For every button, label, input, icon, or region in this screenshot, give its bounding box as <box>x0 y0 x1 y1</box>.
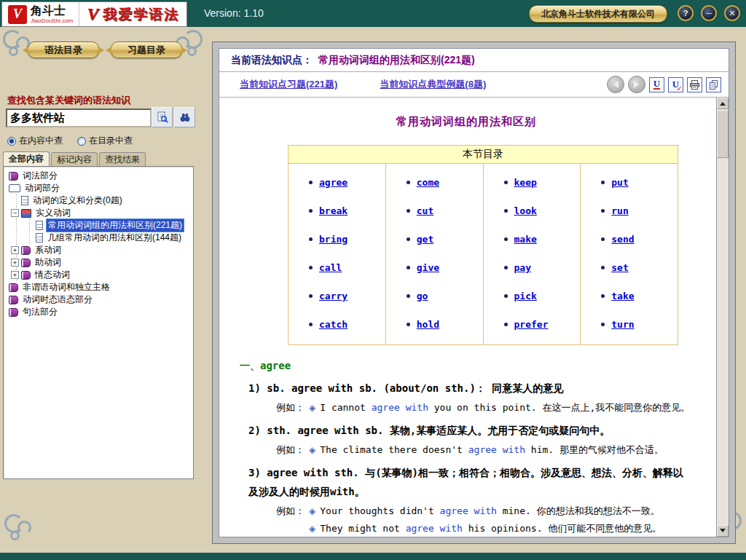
tab-all-content[interactable]: 全部内容 <box>3 151 50 167</box>
toc-link[interactable]: take <box>611 291 634 301</box>
company-button[interactable]: 北京角斗士软件技术有限公司 <box>529 5 667 23</box>
tree-item-jizu[interactable]: 几组常用动词的用法和区别(144题) <box>5 232 193 244</box>
tree-expander-expand[interactable] <box>11 259 19 267</box>
rule-text: 3) agree with sth. 与(某事物)相一致；相符合；相吻合。涉及意… <box>248 463 697 501</box>
toc-item: give <box>407 258 483 277</box>
tree-item-changyong-selected[interactable]: 常用动词词组的用法和区别(221题) <box>5 219 193 232</box>
bullet-icon <box>504 266 508 269</box>
toc-link[interactable]: carry <box>319 291 348 301</box>
toc-title: 本节目录 <box>288 146 678 164</box>
current-topic-value: 常用动词词组的用法和区别(221题) <box>318 54 475 67</box>
forward-button[interactable] <box>628 76 645 93</box>
toc-item: catch <box>309 315 385 334</box>
toc-link[interactable]: call <box>319 262 342 273</box>
tree-expander-collapse[interactable] <box>11 209 19 217</box>
brand-name: 角斗士 <box>31 5 73 17</box>
bookmark-check-button[interactable]: U✓ <box>668 77 683 92</box>
scroll-down-button[interactable] <box>717 525 729 537</box>
grammar-directory-button[interactable]: 语法目录 <box>28 42 99 58</box>
exercise-directory-button[interactable]: 习题目录 <box>111 42 182 58</box>
book-icon <box>9 308 18 317</box>
toc-item: bring <box>309 229 385 249</box>
minimize-button[interactable]: ─ <box>701 5 717 21</box>
radio-search-in-catalog[interactable]: 在目录中查 <box>77 135 133 147</box>
copy-pages-icon <box>708 79 719 90</box>
back-button[interactable] <box>607 76 624 93</box>
toc-item: cut <box>407 201 483 221</box>
scroll-up-button[interactable] <box>717 98 729 109</box>
logo-group: V 角斗士 JiaoDouShi.com V 我爱学语法 <box>1 1 187 27</box>
toc-link[interactable]: break <box>319 205 348 216</box>
toc-link[interactable]: make <box>514 234 537 245</box>
bullet-icon <box>601 294 605 298</box>
document-icon <box>36 221 43 230</box>
search-input[interactable] <box>6 109 152 127</box>
typical-examples-link[interactable]: 当前知识点典型例题(8题) <box>380 78 486 91</box>
content-tree: 词法部分 动词部分 动词的定义和分类(0题) 实义动词 常用动词词组的用法和区别… <box>3 166 194 479</box>
bullet-icon <box>601 266 605 269</box>
tab-marked-content[interactable]: 标记内容 <box>51 152 98 167</box>
toc-item: make <box>504 229 581 249</box>
toc-link[interactable]: turn <box>611 319 634 330</box>
toc-link[interactable]: send <box>611 234 634 245</box>
tree-item-dongci[interactable]: 动词部分 <box>5 182 193 194</box>
find-in-page-button[interactable] <box>152 107 173 127</box>
tree-item-cifa[interactable]: 词法部分 <box>5 170 193 182</box>
toc-item: agree <box>309 173 385 192</box>
diamond-bullet-icon: ◈ <box>309 445 315 455</box>
tree-expander-expand[interactable] <box>11 271 19 279</box>
book-icon <box>21 246 31 255</box>
toc-link[interactable]: hold <box>417 319 439 330</box>
bookmark-button[interactable]: U <box>649 77 664 92</box>
toc-link[interactable]: catch <box>319 319 348 330</box>
toc-link[interactable]: prefer <box>514 319 549 330</box>
toc-link[interactable]: run <box>611 205 628 216</box>
toc-link[interactable]: come <box>417 177 439 188</box>
toc-link[interactable]: bring <box>319 234 348 245</box>
tree-expander-expand[interactable] <box>11 246 19 254</box>
tree-item-shiyi[interactable]: 实义动词 <box>5 207 193 219</box>
scrollbar-thumb[interactable] <box>717 110 729 158</box>
example-lead: 例如： <box>276 399 305 417</box>
toc-link[interactable]: get <box>417 234 433 245</box>
bottom-bar <box>0 553 746 560</box>
tree-item-xidongci[interactable]: 系动词 <box>5 244 193 256</box>
toc-link[interactable]: go <box>417 291 428 301</box>
toc-link[interactable]: pick <box>514 291 537 301</box>
tree-item-shitai[interactable]: 动词时态语态部分 <box>5 293 193 306</box>
toc-link[interactable]: pay <box>514 262 531 273</box>
print-button[interactable] <box>687 77 702 92</box>
down-arrow-icon <box>720 529 726 535</box>
binoculars-search-button[interactable] <box>174 107 195 127</box>
tree-item-qingtai[interactable]: 情态动词 <box>5 269 193 281</box>
help-button[interactable]: ? <box>678 5 694 21</box>
tree-item-feiweiyu[interactable]: 非谓语动词和独立主格 <box>5 281 193 293</box>
toc-item: turn <box>601 315 678 334</box>
toc-item: look <box>504 201 581 221</box>
radio-search-in-content[interactable]: 在内容中查 <box>7 135 63 147</box>
toc-link[interactable]: put <box>611 177 628 188</box>
document-icon <box>21 196 28 205</box>
bullet-icon <box>601 237 605 241</box>
tree-item-dingyi[interactable]: 动词的定义和分类(0题) <box>5 194 193 207</box>
toc-link[interactable]: keep <box>514 177 537 188</box>
bullet-icon <box>504 209 508 213</box>
highlighted-keyword: agree with <box>406 523 463 534</box>
toc-link[interactable]: give <box>417 262 439 273</box>
toc-item: go <box>407 286 483 306</box>
toc-link[interactable]: agree <box>319 177 348 188</box>
tree-item-zhudongci[interactable]: 助动词 <box>5 256 193 269</box>
close-button[interactable]: ✕ <box>724 5 740 21</box>
toc-link[interactable]: cut <box>417 205 433 216</box>
tree-item-jufa[interactable]: 句法部分 <box>5 306 193 318</box>
copy-button[interactable] <box>706 77 721 92</box>
toc-item: set <box>601 258 678 277</box>
vertical-scrollbar[interactable] <box>716 98 729 537</box>
bullet-icon <box>504 237 508 241</box>
toc-link[interactable]: set <box>611 262 628 273</box>
toc-link[interactable]: look <box>514 205 537 216</box>
corner-ornament <box>3 30 32 59</box>
exercises-link[interactable]: 当前知识点习题(221题) <box>240 78 337 91</box>
bullet-icon <box>309 294 313 298</box>
tab-search-results[interactable]: 查找结果 <box>99 152 146 167</box>
